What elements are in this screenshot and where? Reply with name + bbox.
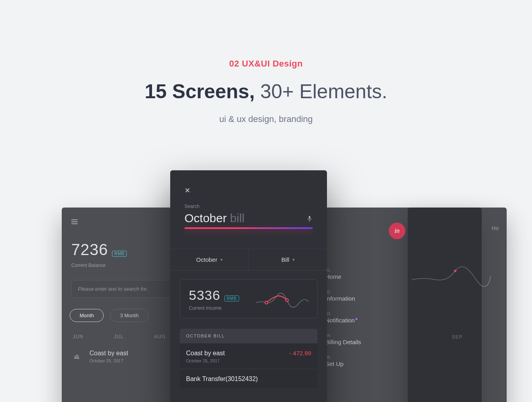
notification-dot-icon	[355, 318, 357, 320]
bill-section-header: OCTOBER BILL	[180, 329, 317, 343]
microphone-icon[interactable]	[307, 215, 312, 223]
type-selector[interactable]: Bill ▾	[249, 249, 327, 270]
screen-overview-partial: Ho SEP	[408, 208, 507, 402]
svg-point-1	[454, 270, 456, 272]
bill-row-title: Bank Transfer(30152432)	[186, 375, 258, 383]
month-label: JUL	[114, 334, 124, 339]
bill-row[interactable]: Bank Transfer(30152432)	[180, 369, 317, 388]
chevron-down-icon: ▾	[293, 257, 294, 262]
search-suggestion-text: bill	[227, 211, 245, 225]
overview-sparkline	[412, 263, 491, 287]
currency-badge: RMB	[112, 251, 127, 257]
transaction-title: Coast by east	[89, 350, 128, 357]
headline-strong: 15 Screens,	[145, 80, 255, 103]
search-label: Search	[170, 195, 327, 209]
currency-badge: RMB	[224, 295, 239, 301]
tab-month[interactable]: Month	[70, 309, 104, 322]
svg-rect-2	[309, 216, 310, 219]
screen-search: ✕ Search October bill October ▾ Bill ▾	[170, 170, 327, 402]
month-label: AUG	[154, 334, 166, 339]
income-amount: 5336	[189, 288, 220, 303]
month-selector[interactable]: October ▾	[170, 249, 249, 270]
bill-row-date: October 25, 2017	[186, 358, 225, 363]
search-typed-text: October	[184, 211, 227, 225]
month-selector-label: October	[196, 256, 217, 263]
bill-row-title: Coast by east	[186, 350, 225, 357]
income-card: 5336 RMB Current Income	[180, 279, 317, 318]
transaction-date: October 25, 2017	[89, 358, 128, 363]
chevron-down-icon: ▾	[220, 257, 222, 262]
balance-amount: 7236	[71, 241, 108, 259]
month-label: SEP	[452, 334, 462, 340]
screen-title-partial: Ho	[492, 225, 499, 231]
section-tag: 02 UX&UI Design	[0, 59, 532, 69]
month-label: JUN	[73, 334, 83, 339]
transaction-icon	[71, 351, 82, 362]
search-field[interactable]: October bill	[184, 211, 313, 233]
invision-badge[interactable]: in	[389, 223, 405, 239]
type-selector-label: Bill	[281, 256, 289, 263]
tab-3month[interactable]: 3 Month	[110, 309, 148, 322]
bill-row-amount: - 472.99	[289, 350, 311, 356]
hamburger-icon[interactable]	[71, 219, 78, 224]
search-underline	[184, 227, 313, 229]
headline-light: 30+ Elements.	[255, 80, 388, 103]
close-icon[interactable]: ✕	[184, 187, 190, 194]
svg-point-4	[286, 299, 289, 302]
page-subtitle: ui & ux design, branding	[0, 114, 532, 124]
income-sparkline	[255, 291, 310, 308]
bill-row[interactable]: Coast by east October 25, 2017 - 472.99	[180, 343, 317, 369]
svg-point-3	[265, 301, 268, 304]
page-headline: 15 Screens, 30+ Elements.	[0, 80, 532, 103]
